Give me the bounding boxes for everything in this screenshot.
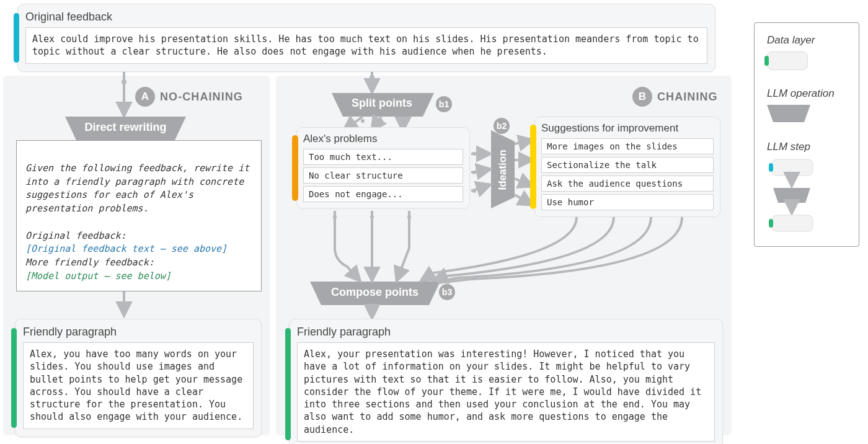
badge-b2-circle: b2 (494, 118, 510, 134)
friendly-a-text: Alex, you have too many words on your sl… (23, 342, 254, 429)
prompt-more-label: More friendly feedback: (25, 257, 154, 268)
badge-b2: b2 (494, 118, 510, 134)
badge-b1: b1 (436, 96, 452, 112)
prompt-orig-placeholder: [Original feedback text — see above] (25, 243, 227, 254)
suggestions-title: Suggestions for improvement (541, 122, 714, 135)
prompt-output-placeholder: [Model output — see below] (25, 270, 171, 282)
friendly-a-title: Friendly paragraph (23, 326, 254, 339)
friendly-b-text: Alex, your presentation was interesting!… (297, 342, 715, 442)
badge-b1-circle: b1 (436, 96, 452, 112)
problems-title: Alex's problems (303, 133, 463, 145)
suggestion-row: Use humor (541, 194, 714, 210)
problem-row: Too much text... (303, 149, 463, 165)
legend-panel: Data layer LLM operation LLM step (754, 22, 859, 247)
suggestion-row: More images on the slides (541, 138, 714, 154)
badge-b-label: CHAINING (657, 91, 718, 104)
problems-card: Alex's problems Too much text... No clea… (296, 127, 470, 209)
legend-llm-op-icon (767, 105, 810, 123)
problem-row: No clear structure (303, 167, 463, 184)
prompt-instruction: Given the following feedback, rewrite it… (25, 162, 255, 214)
svg-rect-16 (772, 159, 813, 175)
problem-row: Does not engage... (303, 186, 463, 202)
section-a-badge: A NO-CHAINING (135, 87, 243, 107)
legend-data-layer-label: Data layer (767, 34, 846, 47)
original-feedback-card: Original feedback Alex could improve his… (17, 4, 715, 72)
original-feedback-title: Original feedback (25, 11, 707, 24)
friendly-b-card: Friendly paragraph Alex, your presentati… (289, 319, 723, 444)
prompt-box: Given the following feedback, rewrite it… (16, 140, 262, 291)
suggestions-card: Suggestions for improvement More images … (534, 117, 720, 217)
badge-b3: b3 (439, 284, 455, 300)
original-feedback-text: Alex could improve his presentation skil… (25, 27, 707, 64)
suggestion-row: Sectionalize the talk (541, 157, 714, 173)
svg-rect-20 (769, 219, 773, 228)
badge-a-circle: A (135, 87, 155, 107)
svg-rect-19 (772, 215, 813, 231)
section-b-badge: B CHAINING (632, 87, 718, 107)
suggestion-row: Ask the audience questions (541, 175, 714, 192)
legend-data-layer-icon (767, 51, 808, 70)
friendly-b-title: Friendly paragraph (297, 326, 715, 339)
legend-llm-step-icon (767, 158, 823, 233)
legend-llm-step-label: LLM step (767, 141, 846, 153)
badge-b3-circle: b3 (439, 284, 455, 300)
badge-b-circle: B (632, 87, 652, 107)
svg-marker-15 (767, 105, 810, 122)
svg-rect-17 (769, 163, 773, 172)
badge-a-label: NO-CHAINING (160, 91, 243, 104)
legend-llm-op-label: LLM operation (767, 87, 846, 100)
prompt-orig-label: Original feedback: (25, 230, 126, 241)
friendly-a-card: Friendly paragraph Alex, you have too ma… (15, 319, 262, 437)
svg-marker-18 (773, 188, 810, 203)
